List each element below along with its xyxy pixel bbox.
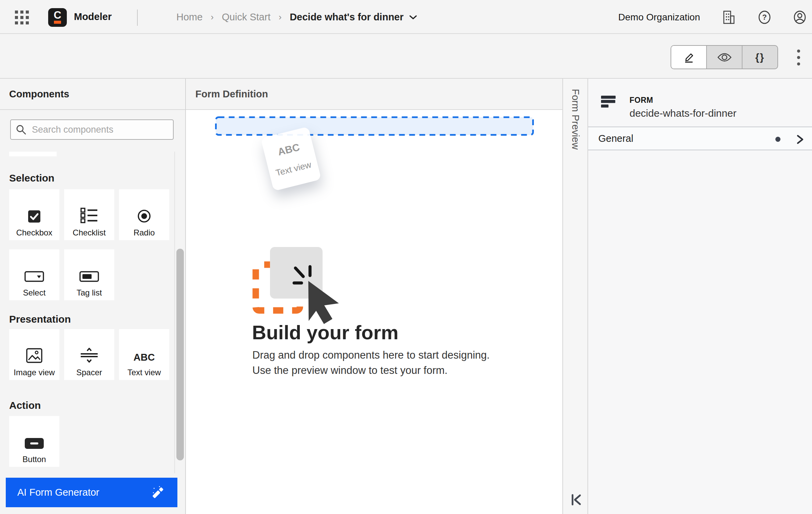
tile-label: Select: [23, 288, 46, 298]
component-tile-button[interactable]: Button: [9, 416, 59, 467]
breadcrumb-separator-icon: ›: [211, 12, 214, 22]
form-preview-tab[interactable]: Form Preview: [562, 79, 588, 514]
form-definition-title: Form Definition: [195, 89, 268, 100]
braces-icon: {}: [755, 52, 765, 63]
component-tile-checkbox[interactable]: Checkbox: [9, 189, 59, 240]
organization-building-icon[interactable]: [721, 10, 736, 25]
breadcrumb-current-label: Decide what's for dinner: [290, 12, 404, 23]
selection-tiles-row-2: Select Tag list: [9, 249, 114, 300]
collapse-panel-icon[interactable]: [571, 493, 583, 507]
components-scrollbar-thumb[interactable]: [176, 249, 184, 460]
component-tile-image-view[interactable]: Image view: [9, 329, 59, 380]
tile-label: Text view: [128, 368, 161, 377]
section-label-selection: Selection: [9, 172, 54, 184]
components-panel-header: Components: [0, 79, 185, 110]
drop-target-zone[interactable]: [216, 117, 533, 135]
component-tile-spacer[interactable]: Spacer: [64, 329, 114, 380]
eye-icon: [717, 52, 732, 63]
components-search: [10, 119, 174, 140]
camunda-logo[interactable]: C: [48, 8, 67, 27]
properties-panel: FORM decide-whats-for-dinner General: [588, 79, 812, 514]
component-tile-tag-list[interactable]: Tag list: [64, 249, 114, 300]
properties-panel-header: FORM decide-whats-for-dinner: [601, 96, 736, 119]
component-tile-radio[interactable]: Radio: [119, 189, 169, 240]
tile-label: Checklist: [73, 228, 105, 237]
tile-label: Spacer: [76, 368, 102, 377]
organization-name: Demo Organization: [618, 12, 700, 23]
breadcrumb-quick-start[interactable]: Quick Start: [222, 12, 270, 23]
design-mode-button[interactable]: [671, 46, 707, 69]
breadcrumb: Home › Quick Start › Decide what's for d…: [176, 12, 417, 23]
chevron-down-icon: [409, 15, 417, 20]
component-tile-select[interactable]: Select: [9, 249, 59, 300]
logo-orange-bar: [54, 21, 61, 24]
chevron-right-icon: [796, 134, 805, 145]
ai-form-generator-button[interactable]: AI Form Generator: [6, 478, 177, 507]
form-preview-tab-label: Form Preview: [570, 89, 581, 150]
account-icon[interactable]: [792, 10, 807, 25]
general-group-row[interactable]: General: [588, 127, 812, 150]
section-label-presentation: Presentation: [9, 313, 71, 325]
topbar-divider: [137, 9, 138, 26]
section-label-action: Action: [9, 400, 41, 411]
select-icon: [24, 270, 44, 283]
ghost-text-view-icon: ABC: [276, 141, 301, 158]
tag-list-icon: [79, 270, 99, 283]
ghost-label: Text view: [275, 159, 312, 178]
component-tile-checklist[interactable]: Checklist: [64, 189, 114, 240]
text-view-icon: ABC: [134, 352, 155, 363]
group-edited-dot: [775, 137, 780, 142]
empty-state-line1: Drag and drop components here to start d…: [252, 347, 490, 363]
checkbox-icon: [27, 210, 41, 223]
validate-mode-button[interactable]: [707, 46, 742, 69]
spacer-icon: [80, 347, 98, 363]
app-name: Modeler: [74, 11, 112, 22]
selection-tiles-row-1: Checkbox Checklist Radio: [9, 189, 169, 240]
form-id-value: decide-whats-for-dinner: [630, 108, 736, 119]
empty-state-line2: Use the preview window to test your form…: [252, 363, 490, 378]
component-tile-text-view[interactable]: ABC Text view: [119, 329, 169, 380]
magic-wand-icon: [151, 486, 165, 500]
presentation-tiles-row: Image view Spacer ABC Text view: [9, 329, 169, 380]
view-mode-toggle: {}: [671, 45, 778, 69]
components-panel: Components Selection Checkbox: [0, 79, 186, 514]
empty-state-description: Drag and drop components here to start d…: [252, 347, 490, 378]
breadcrumb-current-file[interactable]: Decide what's for dinner: [290, 12, 417, 23]
button-icon: [24, 437, 44, 450]
action-tiles-row: Button: [9, 416, 59, 467]
form-element-icon: [601, 96, 617, 108]
general-group-label: General: [598, 133, 633, 144]
tile-label: Checkbox: [16, 228, 53, 237]
form-definition-header: Form Definition: [186, 79, 562, 110]
app-switcher-grid-icon[interactable]: [14, 10, 29, 25]
tile-label: Button: [22, 455, 46, 464]
breadcrumb-home[interactable]: Home: [176, 12, 202, 23]
drag-drop-illustration: [251, 245, 342, 330]
search-input[interactable]: [10, 119, 174, 140]
editor-toolbar: {}: [0, 35, 812, 79]
search-icon: [16, 124, 26, 135]
logo-letter: C: [48, 9, 67, 21]
json-mode-button[interactable]: {}: [742, 46, 777, 69]
radio-icon: [137, 209, 151, 223]
dragged-component-ghost[interactable]: ABC Text view: [261, 127, 321, 191]
overflow-menu-button[interactable]: [791, 46, 806, 69]
tile-label: Image view: [14, 368, 55, 377]
components-scrollbar-track[interactable]: [174, 152, 185, 473]
ai-form-generator-label: AI Form Generator: [17, 487, 99, 498]
tile-label: Radio: [134, 228, 155, 237]
form-definition-canvas: Form Definition ABC Text view: [186, 79, 562, 514]
empty-state-heading: Build your form: [252, 321, 399, 344]
checklist-icon: [80, 208, 98, 223]
breadcrumb-separator-icon: ›: [278, 12, 282, 22]
top-bar: C Modeler Home › Quick Start › Decide wh…: [0, 0, 812, 34]
element-type-label: FORM: [630, 96, 736, 105]
image-view-icon: [26, 348, 42, 363]
cursor-arrow-icon: [308, 281, 339, 324]
drop-target-dashed-border: [215, 116, 534, 136]
tile-label: Tag list: [77, 288, 102, 298]
partially-scrolled-tile: [9, 152, 57, 156]
pencil-icon: [682, 51, 696, 64]
help-icon[interactable]: ?: [757, 10, 772, 25]
form-definition-body[interactable]: ABC Text view Build your form Drag and d…: [186, 110, 562, 514]
